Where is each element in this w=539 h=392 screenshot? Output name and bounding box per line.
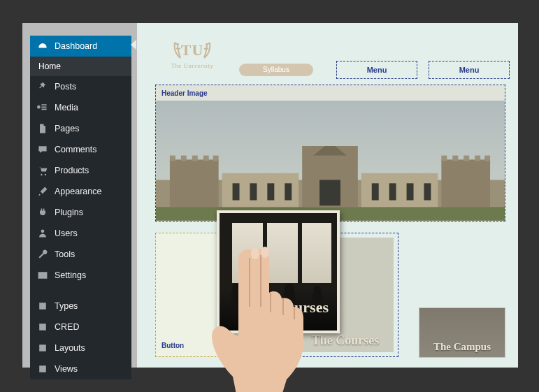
svg-point-34 <box>313 286 322 294</box>
sidebar-item-settings[interactable]: Settings <box>30 265 131 286</box>
svg-rect-2 <box>170 160 219 208</box>
campus-tile[interactable]: The Campus <box>419 307 505 358</box>
svg-point-30 <box>252 286 260 294</box>
svg-rect-18 <box>250 184 257 201</box>
pin-icon <box>37 81 48 92</box>
svg-rect-31 <box>251 293 261 308</box>
sidebar-item-label: Types <box>55 301 78 311</box>
sidebar-item-label: Layouts <box>55 343 85 353</box>
sidebar-item-home[interactable]: Home <box>30 57 131 76</box>
svg-point-28 <box>232 284 242 293</box>
svg-rect-7 <box>170 156 175 161</box>
hero-image <box>156 101 505 221</box>
svg-rect-23 <box>407 184 414 201</box>
menu-slot-1[interactable]: Menu <box>336 61 417 79</box>
app-frame: Dashboard Home Posts Media Pages Comment… <box>22 23 518 368</box>
sidebar-item-tools[interactable]: Tools <box>30 244 131 265</box>
svg-rect-8 <box>181 156 187 161</box>
svg-rect-16 <box>484 156 490 161</box>
sidebar-item-label: Media <box>55 103 78 112</box>
sidebar-item-label: Comments <box>55 145 96 154</box>
syllabus-pill[interactable]: Syllabus <box>239 64 313 76</box>
sidebar-item-pages[interactable]: Pages <box>30 118 131 139</box>
cart-icon <box>37 165 48 176</box>
admin-sidebar: Dashboard Home Posts Media Pages Comment… <box>30 36 131 379</box>
calendar-icon <box>37 342 48 354</box>
site-logo: TU The University <box>168 37 217 69</box>
sidebar-item-label: Appearance <box>55 187 101 196</box>
dashboard-icon <box>37 41 48 52</box>
sidebar-item-label: Dashboard <box>55 41 97 51</box>
region-label: Button <box>161 342 184 349</box>
sidebar-item-appearance[interactable]: Appearance <box>30 181 131 202</box>
tile-caption: The Courses <box>297 333 394 352</box>
sidebar-item-views[interactable]: Views <box>30 358 131 379</box>
svg-rect-17 <box>233 184 240 201</box>
sidebar-item-plugins[interactable]: Plugins <box>30 202 131 223</box>
sidebar-item-label: Tools <box>55 249 75 259</box>
sidebar-item-media[interactable]: Media <box>30 97 131 118</box>
svg-point-32 <box>285 284 294 293</box>
page-header: TU The University Syllabus Menu Menu <box>150 36 508 81</box>
sidebar-item-users[interactable]: Users <box>30 223 131 244</box>
svg-rect-22 <box>389 184 396 201</box>
sliders-icon <box>37 270 48 281</box>
svg-rect-9 <box>192 156 198 161</box>
dragged-tile[interactable]: urses <box>217 210 340 333</box>
sidebar-gap <box>30 286 131 296</box>
sidebar-item-posts[interactable]: Posts <box>30 76 131 97</box>
logo-text: TU <box>168 41 217 59</box>
sidebar-item-label: Posts <box>55 82 76 92</box>
svg-rect-13 <box>452 156 458 161</box>
sidebar-item-label: Views <box>55 364 78 374</box>
wrench-icon <box>37 249 48 260</box>
sidebar-item-label: Pages <box>55 124 79 133</box>
svg-rect-24 <box>424 184 431 201</box>
svg-rect-33 <box>284 292 295 308</box>
sidebar-item-label: Home <box>38 61 61 71</box>
sidebar-item-label: Products <box>55 166 89 175</box>
menu-slot-2[interactable]: Menu <box>429 61 510 79</box>
calendar-icon <box>37 363 48 375</box>
svg-rect-14 <box>463 156 469 161</box>
svg-rect-15 <box>475 156 480 161</box>
region-label: Header Image <box>161 89 208 97</box>
tile-caption: The Campus <box>419 341 505 357</box>
svg-rect-29 <box>231 292 243 308</box>
sidebar-item-label: Plugins <box>55 208 83 217</box>
sidebar-item-layouts[interactable]: Layouts <box>30 337 131 358</box>
svg-rect-12 <box>441 156 447 161</box>
sidebar-item-label: CRED <box>55 322 79 332</box>
comment-icon <box>37 144 48 155</box>
laurel-icon: TU <box>168 37 217 61</box>
logo-subtext: The University <box>168 62 217 69</box>
sidebar-item-cred[interactable]: CRED <box>30 317 131 337</box>
svg-rect-19 <box>267 184 274 201</box>
plug-icon <box>37 207 48 218</box>
svg-rect-11 <box>213 156 219 161</box>
page-icon <box>37 123 48 134</box>
sidebar-item-dashboard[interactable]: Dashboard <box>30 36 131 57</box>
media-icon <box>37 102 48 113</box>
sidebar-item-types[interactable]: Types <box>30 296 131 317</box>
active-pointer <box>131 40 136 50</box>
svg-rect-3 <box>441 160 490 208</box>
svg-rect-25 <box>319 180 340 206</box>
tile-caption: urses <box>294 298 329 321</box>
brush-icon <box>37 186 48 197</box>
svg-rect-20 <box>285 184 292 201</box>
user-icon <box>37 228 48 239</box>
calendar-icon <box>37 321 48 333</box>
svg-rect-21 <box>372 184 379 201</box>
sidebar-item-label: Settings <box>55 270 86 280</box>
sidebar-item-comments[interactable]: Comments <box>30 139 131 160</box>
sidebar-item-products[interactable]: Products <box>30 160 131 181</box>
svg-rect-10 <box>203 156 209 161</box>
header-image-region[interactable]: Header Image <box>155 85 505 222</box>
sidebar-item-label: Users <box>55 228 78 238</box>
calendar-icon <box>37 300 48 312</box>
